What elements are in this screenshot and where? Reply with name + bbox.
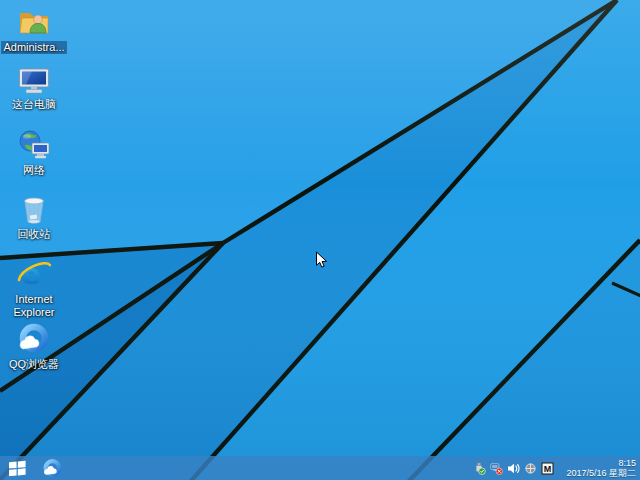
taskbar-pinned-qq-browser[interactable] (38, 456, 66, 480)
input-method-letter: M (544, 464, 552, 474)
qq-browser-icon (42, 458, 63, 479)
windows-logo-icon (9, 460, 26, 476)
desktop-wallpaper (0, 0, 640, 480)
desktop-icon-label: 回收站 (16, 228, 53, 241)
desktop-icon-label: QQ浏览器 (7, 358, 61, 371)
clock-time: 8:15 (558, 458, 636, 468)
language-indicator-icon[interactable] (524, 462, 537, 475)
this-pc-icon (17, 62, 51, 96)
desktop-icon-network[interactable]: 网络 (0, 128, 68, 177)
user-folder-icon (17, 5, 51, 39)
qq-browser-icon (17, 322, 51, 356)
desktop-icon-label: 网络 (21, 164, 47, 177)
network-disconnected-icon[interactable] (490, 462, 503, 475)
input-method-icon[interactable]: M (541, 462, 554, 475)
taskbar-clock[interactable]: 8:15 2017/5/16 星期二 (558, 458, 640, 478)
desktop-icon-recycle-bin[interactable]: 回收站 (0, 192, 68, 241)
desktop-icon-label: Internet Explorer (0, 293, 68, 319)
recycle-bin-icon (17, 192, 51, 226)
desktop-icon-administrator[interactable]: Administra... (0, 5, 68, 54)
volume-icon[interactable] (507, 462, 520, 475)
internet-explorer-icon: e (17, 257, 51, 291)
usb-safely-remove-icon[interactable] (473, 462, 486, 475)
clock-date: 2017/5/16 星期二 (558, 468, 636, 478)
desktop-icon-label: 这台电脑 (10, 98, 58, 111)
network-globe-icon (17, 128, 51, 162)
desktop-icon-internet-explorer[interactable]: e Internet Explorer (0, 257, 68, 319)
desktop-icon-this-pc[interactable]: 这台电脑 (0, 62, 68, 111)
mouse-cursor (315, 251, 328, 269)
taskbar: M 8:15 2017/5/16 星期二 (0, 456, 640, 480)
desktop: Administra... 这台电脑 网络 (0, 0, 640, 480)
svg-text:e: e (21, 257, 41, 291)
desktop-icon-label: Administra... (1, 41, 66, 54)
start-button[interactable] (0, 456, 34, 480)
system-tray: M (473, 462, 554, 475)
desktop-icon-qq-browser[interactable]: QQ浏览器 (0, 322, 68, 371)
